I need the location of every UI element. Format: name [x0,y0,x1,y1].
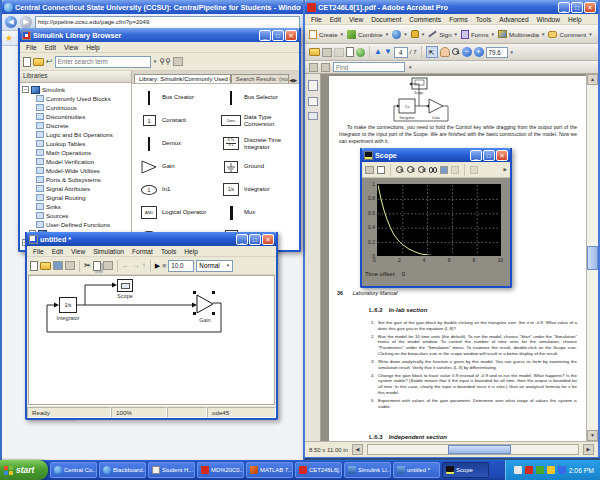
simulation-time-field[interactable] [168,260,194,272]
menu-item[interactable]: Edit [41,44,60,51]
taskbar-clock[interactable]: 2:06 PM [569,467,594,474]
menu-item[interactable]: Advanced [495,16,532,23]
library-tree-item[interactable]: Ports & Subsystems [36,175,131,184]
pages-panel-icon[interactable] [308,80,318,91]
horizontal-scrollbar-thumb[interactable] [448,445,511,454]
paste-icon[interactable] [103,261,113,270]
ground-icon[interactable] [224,161,238,173]
menu-item[interactable]: Help [564,16,586,23]
library-tree-item[interactable]: Sources [36,211,131,220]
bus-selector-icon[interactable] [230,91,232,105]
library-tree-item[interactable]: Model Verification [36,157,131,166]
previous-page-icon[interactable]: ▲ [374,48,382,56]
snapshot-icon[interactable] [346,47,354,57]
block-label[interactable]: Constant [162,117,218,124]
logical-operator-icon[interactable]: AND [141,206,157,219]
tab-library[interactable]: Library: Simulink/Commonly Used Blocks [134,74,231,83]
model-canvas[interactable]: Scope 1/s Integrator Gain [28,275,275,405]
back-button[interactable]: ◀ [5,16,17,28]
in1-icon[interactable]: 1 [141,185,157,195]
library-tree-item[interactable]: Logic and Bit Operations [36,130,131,139]
stop-simulation-icon[interactable]: ■ [162,262,166,269]
security-shield-tray-icon[interactable] [547,466,555,474]
menu-item[interactable]: View [60,44,82,51]
attachments-panel-icon[interactable] [308,97,318,106]
menu-item[interactable]: Tools [157,248,180,255]
open-icon[interactable] [40,262,51,270]
simulation-mode-dropdown[interactable]: Normal▼ [196,260,233,272]
scroll-down-arrow[interactable]: ▼ [587,430,598,441]
block-label[interactable]: Bus Selector [244,94,299,101]
ie-titlebar[interactable]: Central Connecticut State University (CC… [2,0,303,14]
maximize-button[interactable]: □ [483,150,495,161]
library-tree-item[interactable]: Continuous [36,103,131,112]
tab-search-results[interactable]: Search Results: (none) [231,74,290,83]
forms-button[interactable]: Forms▼ [461,30,495,39]
hscroll-left-arrow[interactable]: ◀ [352,444,363,455]
select-tool-icon[interactable]: ⇱ [426,46,438,58]
taskbar-item-matlab[interactable]: MATLAB 7... [246,462,293,478]
horizontal-scrollbar[interactable] [367,444,579,455]
signatures-panel-icon[interactable] [308,112,318,120]
block-label[interactable]: Discrete-Time Integrator [244,137,299,150]
close-button[interactable]: ✕ [496,150,508,161]
fullscreen-icon[interactable] [321,63,330,72]
library-tree-item[interactable]: Signal Routing [36,193,131,202]
zoom-in-button[interactable]: + [474,47,484,57]
taskbar-item-scope[interactable]: Scope [442,462,489,478]
block-label[interactable]: Bus Creator [162,94,218,101]
taskbar-item-central-pipeline[interactable]: Central Co... [50,462,97,478]
autoscale-binoculars-icon[interactable] [429,167,437,173]
library-tree-root[interactable]: − Simulink [22,85,131,94]
save-icon[interactable] [53,261,63,270]
tray-icon[interactable] [514,466,522,474]
minimize-button[interactable]: _ [236,234,248,245]
taskbar-item-acrobat[interactable]: CET246L6[... [295,462,342,478]
next-page-icon[interactable]: ▼ [384,48,392,56]
menu-item[interactable]: Window [533,16,564,23]
upload-icon[interactable] [356,48,365,57]
zoom-level-field[interactable] [486,47,508,58]
search-icon[interactable]: ⚲⚲ [159,57,171,66]
toolbar-overflow-arrow[interactable]: ▶ [504,167,507,172]
menu-item[interactable]: Edit [48,248,67,255]
library-tree-item[interactable]: Sinks [36,202,131,211]
create-button[interactable]: Create▼ [309,30,344,39]
acrobat-titlebar[interactable]: CET246L6[1].pdf - Adobe Acrobat Pro _ □ … [305,0,598,14]
close-button[interactable]: ✕ [285,30,297,41]
minimize-button[interactable]: _ [259,30,271,41]
hand-tool-icon[interactable] [440,47,450,57]
library-browser-titlebar[interactable]: Simulink Library Browser _ □ ✕ [20,28,299,42]
menu-item[interactable]: Tools [472,16,495,23]
zoom-out-button[interactable]: − [462,47,472,57]
menu-item[interactable]: Edit [326,16,345,23]
menu-item[interactable]: View [67,248,89,255]
maximize-button[interactable]: □ [571,2,583,13]
save-icon[interactable] [334,48,344,57]
library-tree-item[interactable]: Discrete [36,121,131,130]
block-label[interactable]: Demux [162,140,218,147]
scrolling-mode-icon[interactable] [309,63,318,72]
multimedia-button[interactable]: Multimedia▼ [498,30,545,38]
selection-handle[interactable] [212,291,215,294]
menu-item[interactable]: Simulation [89,248,128,255]
combine-button[interactable]: Combine▼ [347,30,389,39]
marquee-zoom-icon[interactable] [452,48,460,56]
minimize-button[interactable]: _ [470,150,482,161]
taskbar-item-pdf-download[interactable]: MD%20C0... [197,462,244,478]
new-model-icon[interactable] [23,57,31,67]
taskbar-item-untitled-model[interactable]: untitled * [393,462,440,478]
redo-icon[interactable]: → [132,261,140,270]
block-label[interactable]: Gain [162,163,218,170]
print-icon[interactable] [65,261,75,270]
library-tree-item[interactable]: Commonly Used Blocks [36,94,131,103]
parameters-icon[interactable] [377,166,385,174]
library-tree-item[interactable]: Model-Wide Utilities [36,166,131,175]
menu-item[interactable]: Help [180,248,202,255]
selection-handle[interactable] [193,312,196,315]
new-icon[interactable] [30,261,38,271]
selection-handle[interactable] [193,291,196,294]
menu-item[interactable]: View [345,16,367,23]
undo-icon[interactable]: ← [122,261,130,270]
zoom-icon[interactable] [396,166,404,174]
